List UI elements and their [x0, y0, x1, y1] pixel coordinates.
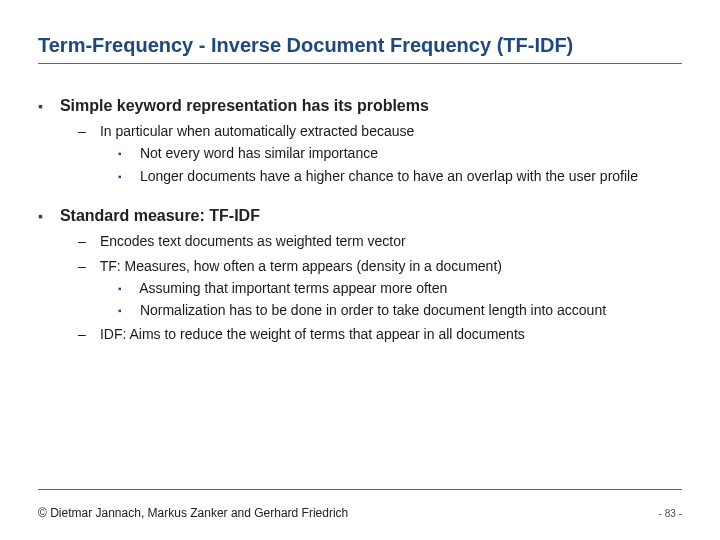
level2-text: TF: Measures, how often a term appears (…	[100, 258, 502, 274]
square-bullet-icon: ▪	[118, 282, 136, 297]
level3-text: Longer documents have a higher chance to…	[140, 168, 638, 184]
bullet-level3: ▪ Not every word has similar importance	[118, 143, 682, 163]
level3-text: Normalization has to be done in order to…	[140, 302, 606, 318]
section-heading: Simple keyword representation has its pr…	[60, 97, 429, 114]
footer: © Dietmar Jannach, Markus Zanker and Ger…	[38, 506, 682, 520]
bullet-level2: – Encodes text documents as weighted ter…	[78, 231, 682, 251]
bullet-level3: ▪ Assuming that important terms appear m…	[118, 278, 682, 298]
section-heading: Standard measure: TF-IDF	[60, 207, 260, 224]
slide: Term-Frequency - Inverse Document Freque…	[0, 0, 720, 345]
title-divider	[38, 63, 682, 64]
level2-text: Encodes text documents as weighted term …	[100, 233, 406, 249]
copyright-text: © Dietmar Jannach, Markus Zanker and Ger…	[38, 506, 348, 520]
dash-bullet-icon: –	[78, 324, 96, 344]
dash-bullet-icon: –	[78, 231, 96, 251]
square-bullet-icon: ▪	[38, 96, 56, 116]
level3-text: Not every word has similar importance	[140, 145, 378, 161]
bullet-level2: – IDF: Aims to reduce the weight of term…	[78, 324, 682, 344]
slide-title: Term-Frequency - Inverse Document Freque…	[38, 34, 682, 57]
bullet-level1: ▪ Standard measure: TF-IDF	[38, 204, 682, 227]
square-bullet-icon: ▪	[118, 170, 136, 185]
content-area: ▪ Simple keyword representation has its …	[38, 94, 682, 345]
page-number: - 83 -	[659, 508, 682, 519]
level2-text: IDF: Aims to reduce the weight of terms …	[100, 326, 525, 342]
dash-bullet-icon: –	[78, 121, 96, 141]
bullet-level1: ▪ Simple keyword representation has its …	[38, 94, 682, 117]
footer-divider	[38, 489, 682, 490]
bullet-level3: ▪ Longer documents have a higher chance …	[118, 166, 682, 186]
square-bullet-icon: ▪	[118, 147, 136, 162]
level3-text: Assuming that important terms appear mor…	[139, 280, 447, 296]
bullet-level2: – In particular when automatically extra…	[78, 121, 682, 141]
dash-bullet-icon: –	[78, 256, 96, 276]
bullet-level3: ▪ Normalization has to be done in order …	[118, 300, 682, 320]
level2-text: In particular when automatically extract…	[100, 123, 414, 139]
square-bullet-icon: ▪	[118, 304, 136, 319]
bullet-level2: – TF: Measures, how often a term appears…	[78, 256, 682, 276]
square-bullet-icon: ▪	[38, 206, 56, 226]
